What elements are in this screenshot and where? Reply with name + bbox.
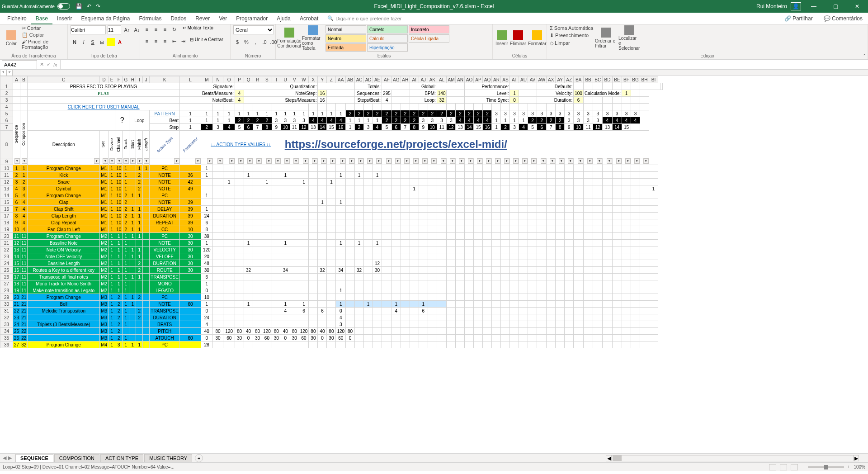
italic-button[interactable]: I — [80, 38, 88, 46]
user-name[interactable]: Rui Monteiro — [756, 3, 787, 9]
copy-button[interactable]: 📋 Copiar — [22, 32, 65, 38]
filter-cell[interactable]: ▾ — [201, 158, 213, 165]
maximize-button[interactable]: ▢ — [826, 0, 844, 13]
col-header[interactable]: B — [20, 76, 28, 83]
find-select-button[interactable]: Localizar e Selecionar — [618, 25, 640, 51]
col-header[interactable]: AH — [401, 76, 410, 83]
filter-cell[interactable]: ▾ — [547, 158, 556, 165]
col-header[interactable]: AA — [336, 76, 346, 83]
ribbon-tab-fórmulas[interactable]: Fórmulas — [134, 13, 166, 24]
filter-cell[interactable]: ▾ — [447, 158, 456, 165]
col-header[interactable]: AD — [364, 76, 373, 83]
autosave-toggle[interactable]: Guardar Automaticamente — [2, 3, 70, 9]
minimize-button[interactable]: — — [805, 0, 823, 13]
col-header[interactable]: AQ — [483, 76, 492, 83]
filter-cell[interactable]: ▾ — [501, 158, 510, 165]
filter-cell[interactable]: ▾ — [410, 158, 419, 165]
filter-cell[interactable]: ▾ — [364, 158, 373, 165]
align-left-button[interactable]: ≡ — [143, 37, 151, 45]
filter-cell[interactable]: ▾ — [244, 158, 253, 165]
col-header[interactable]: E — [108, 76, 115, 83]
filter-cell[interactable]: ▾ — [373, 158, 382, 165]
col-header[interactable]: AN — [456, 76, 465, 83]
ribbon-tab-programador[interactable]: Programador — [231, 13, 272, 24]
format-cells-button[interactable]: Formatar — [528, 25, 547, 51]
normal-view-button[interactable] — [769, 464, 776, 470]
align-right-button[interactable]: ≡ — [161, 37, 169, 45]
col-header[interactable]: AW — [537, 76, 547, 83]
ribbon-tab-rever[interactable]: Rever — [191, 13, 214, 24]
col-header[interactable]: AP — [474, 76, 483, 83]
col-header[interactable]: BH — [640, 76, 649, 83]
col-header[interactable]: AC — [355, 76, 364, 83]
format-painter-button[interactable]: 🖌 Pincel de Formatação — [22, 39, 65, 50]
col-header[interactable]: W — [299, 76, 309, 83]
col-header[interactable]: I — [136, 76, 143, 83]
filter-cell[interactable]: ▾ — [593, 158, 603, 165]
filter-cell[interactable]: ▾ — [556, 158, 565, 165]
filter-cell[interactable]: ▾ — [437, 158, 447, 165]
col-header[interactable]: AZ — [565, 76, 574, 83]
filter-cell[interactable]: ▾ — [465, 158, 474, 165]
collapse-ribbon-button[interactable]: ⌃ — [863, 53, 866, 58]
col-header[interactable]: BE — [612, 76, 622, 83]
filter-cell[interactable]: ▾ — [20, 158, 28, 165]
filter-cell[interactable]: ▾ — [622, 158, 631, 165]
outline-level-1[interactable]: 1 — [0, 70, 6, 76]
col-header[interactable]: V — [290, 76, 299, 83]
filter-cell[interactable]: ▾ — [136, 158, 143, 165]
col-header[interactable]: AO — [465, 76, 474, 83]
col-header[interactable]: AM — [447, 76, 456, 83]
filter-cell[interactable]: ▾ — [519, 158, 528, 165]
filter-cell[interactable]: ▾ — [631, 158, 640, 165]
fx-icon[interactable]: fx — [53, 62, 57, 67]
grow-font-button[interactable]: A↑ — [123, 26, 131, 34]
spreadsheet-grid[interactable]: ABCDEFGHIJKLMNOPQRSTUVWXYZAAABACADAEAFAG… — [0, 76, 868, 453]
col-header[interactable]: M — [201, 76, 213, 83]
filter-cell[interactable]: ▾ — [640, 158, 649, 165]
cancel-formula-icon[interactable]: ✕ — [40, 62, 44, 67]
action-type-values-link[interactable]: ↓↓ ACTION TYPE VALUES ↓↓ — [201, 131, 281, 158]
user-manual-link[interactable]: CLICK HERE FOR USER MANUAL — [28, 104, 180, 110]
ribbon-tab-inserir[interactable]: Inserir — [52, 13, 76, 24]
filter-cell[interactable]: ▾ — [253, 158, 262, 165]
filter-cell[interactable]: ▾ — [223, 158, 235, 165]
col-header[interactable]: U — [281, 76, 290, 83]
sheet-tab-composition[interactable]: COMPOSITION — [54, 454, 99, 462]
filter-cell[interactable]: ▾ — [179, 158, 201, 165]
filter-cell[interactable]: ▾ — [309, 158, 318, 165]
ribbon-tab-base[interactable]: Base — [31, 13, 52, 24]
col-header[interactable]: AR — [492, 76, 501, 83]
align-center-button[interactable]: ≡ — [152, 37, 160, 45]
sourceforge-link[interactable]: https://sourceforge.net/projects/excel-m… — [281, 131, 649, 158]
col-header[interactable]: AK — [428, 76, 437, 83]
filter-cell[interactable]: ▾ — [235, 158, 244, 165]
filter-cell[interactable]: ▾ — [108, 158, 115, 165]
ribbon-tab-esquema da página[interactable]: Esquema da Página — [76, 13, 134, 24]
align-top-button[interactable]: ≡ — [143, 25, 151, 33]
align-bottom-button[interactable]: ≡ — [161, 25, 169, 33]
filter-cell[interactable]: ▾ — [346, 158, 355, 165]
play-button[interactable]: PLAY — [28, 90, 180, 97]
redo-icon[interactable]: ↷ — [96, 3, 100, 9]
insert-cells-button[interactable]: Inserir — [495, 25, 508, 51]
ribbon-tab-ficheiro[interactable]: Ficheiro — [3, 13, 31, 24]
col-header[interactable]: J — [143, 76, 150, 83]
col-header[interactable]: BC — [593, 76, 603, 83]
filter-cell[interactable]: ▾ — [401, 158, 410, 165]
filter-cell[interactable]: ▾ — [574, 158, 584, 165]
filter-cell[interactable]: ▾ — [537, 158, 547, 165]
wrap-text-button[interactable]: ↩ Moldar Texto — [183, 25, 213, 33]
col-header[interactable]: G — [123, 76, 129, 83]
filter-cell[interactable]: ▾ — [28, 158, 100, 165]
percent-button[interactable]: % — [242, 38, 250, 46]
font-color-button[interactable]: A — [116, 38, 124, 46]
comma-button[interactable]: , — [251, 38, 259, 46]
comments-button[interactable]: 💬 Comentários — [821, 14, 865, 23]
col-header[interactable]: Y — [318, 76, 327, 83]
filter-cell[interactable]: ▾ — [456, 158, 465, 165]
filter-cell[interactable]: ▾ — [123, 158, 129, 165]
paste-button[interactable]: Colar — [3, 25, 20, 51]
sheet-tab-music-theory[interactable]: MUSIC THEORY — [144, 454, 192, 462]
user-avatar-icon[interactable]: 👤 — [791, 2, 801, 10]
